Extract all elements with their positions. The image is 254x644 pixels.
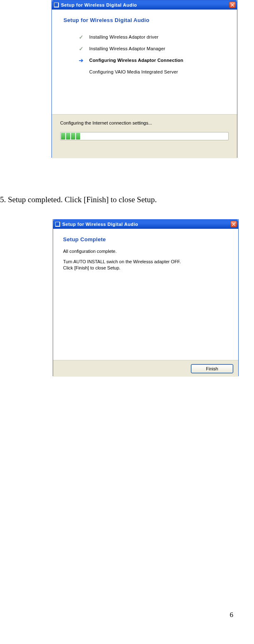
document-page: Setup for Wireless Digital Audio Setup f… [0,0,254,644]
close-icon [231,3,234,7]
page-number: 6 [0,611,233,619]
setup-complete-dialog: Setup for Wireless Digital Audio Setup C… [53,219,239,376]
checkmark-icon: ✓ [78,34,84,40]
app-icon [55,221,61,227]
progress-segment [61,133,65,140]
dialog-body: Setup for Wireless Digital Audio ✓ Insta… [52,10,237,158]
step-label: Configuring VAIO Media Integrated Server [89,69,178,74]
titlebar[interactable]: Setup for Wireless Digital Audio [52,0,237,10]
dialog-footer: Finish [53,360,238,377]
checkmark-icon: ✓ [78,46,84,51]
step-item: ✓ Installing Wireless Adaptor driver [78,34,237,40]
text-line: Click [Finish] to close Setup. [63,265,228,271]
dialog-heading: Setup for Wireless Digital Audio [52,10,237,27]
instruction-text: 5. Setup completed. Click [Finish] to cl… [0,195,157,204]
step-label: Installing Wireless Adaptor driver [89,34,159,39]
app-icon [54,2,59,8]
step-label: Configuring Wireless Adaptor Connection [89,58,183,63]
dialog-heading: Setup Complete [53,229,238,245]
progress-segment [66,133,70,140]
close-icon [232,223,235,226]
step-item: Configuring VAIO Media Integrated Server [78,69,237,75]
progress-bar [60,132,229,140]
titlebar[interactable]: Setup for Wireless Digital Audio [53,220,238,229]
dialog-text: All configuration complete. Turn AUTO IN… [53,245,238,271]
window-title: Setup for Wireless Digital Audio [61,2,137,7]
text-line: Turn AUTO INSTALL swich on the Wirelesss… [63,259,228,265]
step-item-current: ➔ Configuring Wireless Adaptor Connectio… [78,57,237,63]
progress-segment [71,133,75,140]
text-line: All configuration complete. [63,248,228,255]
finish-button[interactable]: Finish [191,364,233,373]
step-label: Installing Wireless Adaptor Manager [89,46,165,51]
step-item: ✓ Installing Wireless Adaptor Manager [78,46,237,51]
step-list: ✓ Installing Wireless Adaptor driver ✓ I… [78,27,237,75]
close-button[interactable] [229,2,236,8]
arrow-icon: ➔ [78,57,84,63]
close-button[interactable] [230,221,237,228]
progress-segment [76,133,80,140]
dialog-footer-panel: Configuring the Internet connection sett… [52,114,237,158]
setup-progress-dialog: Setup for Wireless Digital Audio Setup f… [51,0,237,158]
empty-icon [78,69,84,75]
dialog-body: Setup Complete All configuration complet… [53,229,238,377]
window-title: Setup for Wireless Digital Audio [62,222,138,227]
status-text: Configuring the Internet connection sett… [60,120,229,125]
